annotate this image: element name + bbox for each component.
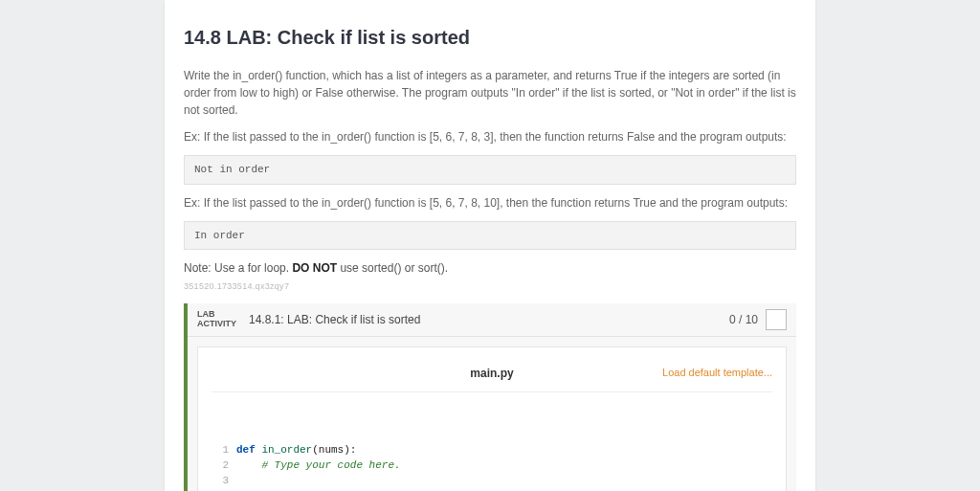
line-number: 2 <box>212 458 236 474</box>
lab-activity-block: LAB ACTIVITY 14.8.1: LAB: Check if list … <box>184 303 796 492</box>
lab-score: 0 / 10 <box>729 311 758 328</box>
lab-body: main.py Load default template... 1def in… <box>197 346 787 492</box>
code-line[interactable]: 2 # Type your code here. <box>212 458 772 474</box>
activity-id: 351520.1733514.qx3zqy7 <box>184 280 796 294</box>
line-number: 1 <box>212 443 236 458</box>
example-2-output: In order <box>184 221 796 251</box>
code-line[interactable]: 1def in_order(nums): <box>212 443 772 458</box>
code-content[interactable] <box>236 474 772 489</box>
note-bold: DO NOT <box>292 261 337 275</box>
lab-tag-line2: ACTIVITY <box>197 320 243 329</box>
lab-header: LAB ACTIVITY 14.8.1: LAB: Check if list … <box>188 303 796 337</box>
code-editor[interactable]: 1def in_order(nums):2 # Type your code h… <box>212 392 772 492</box>
intro-paragraph: Write the in_order() function, which has… <box>184 67 796 119</box>
file-bar: main.py Load default template... <box>212 359 772 392</box>
note-suffix: use sorted() or sort(). <box>337 261 448 275</box>
content-card: 14.8 LAB: Check if list is sorted Write … <box>165 0 815 491</box>
note-prefix: Note: Use a for loop. <box>184 261 292 275</box>
example-2-text: Ex: If the list passed to the in_order()… <box>184 194 796 212</box>
example-1-text: Ex: If the list passed to the in_order()… <box>184 128 796 145</box>
score-expand-button[interactable] <box>766 309 787 330</box>
load-default-link[interactable]: Load default template... <box>662 365 772 381</box>
code-line[interactable]: 3 <box>212 474 772 489</box>
line-number: 3 <box>212 474 236 489</box>
lab-tag: LAB ACTIVITY <box>197 310 243 329</box>
note-text: Note: Use a for loop. DO NOT use sorted(… <box>184 259 796 277</box>
lab-title: 14.8.1: LAB: Check if list is sorted <box>243 311 729 328</box>
code-content[interactable]: # Type your code here. <box>236 458 772 474</box>
example-1-output: Not in order <box>184 155 796 185</box>
code-content[interactable]: def in_order(nums): <box>236 443 772 458</box>
file-name: main.py <box>470 365 513 382</box>
page-title: 14.8 LAB: Check if list is sorted <box>184 23 796 52</box>
